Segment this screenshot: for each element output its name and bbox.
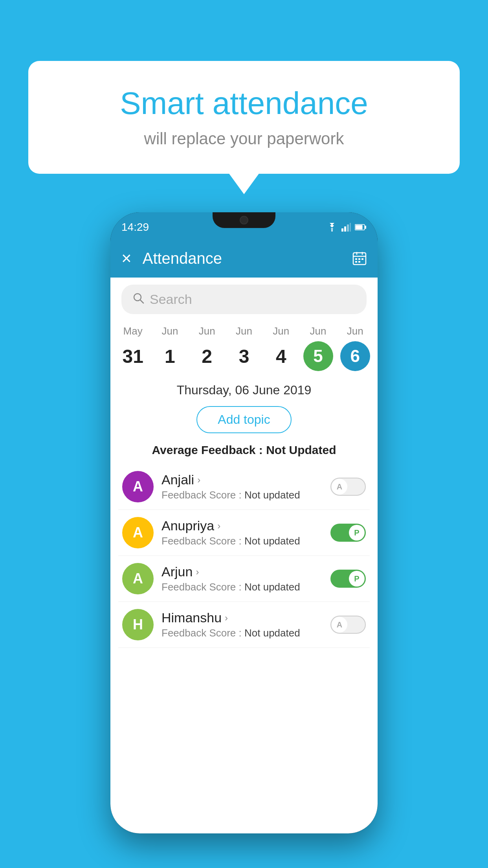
date-info: Thursday, 06 June 2019 [110, 375, 378, 403]
signal-icon [341, 223, 351, 232]
toggle-knob: A [332, 479, 347, 495]
search-bar[interactable]: Search [121, 285, 367, 314]
calendar-day[interactable]: Jun5 [303, 325, 334, 371]
svg-point-0 [331, 230, 333, 232]
student-name: Anjali › [161, 472, 323, 487]
feedback-value: Not updated [244, 489, 300, 501]
day-month: Jun [199, 325, 215, 337]
day-number: 4 [266, 341, 296, 371]
calendar-strip: May31Jun1Jun2Jun3Jun4Jun5Jun6 [110, 318, 378, 375]
svg-rect-14 [361, 258, 363, 260]
feedback-value: Not updated [244, 627, 300, 639]
svg-rect-13 [358, 258, 360, 260]
speech-bubble: Smart attendance will replace your paper… [28, 61, 460, 174]
student-item[interactable]: HHimanshu ›Feedback Score : Not updatedA [118, 602, 370, 648]
svg-rect-1 [341, 228, 343, 232]
student-feedback: Feedback Score : Not updated [161, 581, 323, 593]
student-avatar: A [122, 471, 154, 502]
calendar-day[interactable]: Jun2 [191, 325, 223, 371]
student-name: Himanshu › [161, 610, 323, 625]
feedback-value: Not updated [244, 581, 300, 593]
toggle-knob: P [349, 525, 365, 541]
student-item[interactable]: AAnjali ›Feedback Score : Not updatedA [118, 464, 370, 510]
day-number: 31 [118, 341, 148, 371]
student-feedback: Feedback Score : Not updated [161, 535, 323, 547]
bubble-title: Smart attendance [60, 85, 428, 122]
avg-feedback-label: Average Feedback : [152, 443, 266, 456]
bubble-subtitle: will replace your paperwork [60, 129, 428, 148]
day-month: Jun [236, 325, 252, 337]
student-avatar: H [122, 609, 154, 640]
phone-notch [213, 212, 275, 228]
student-info: Anjali ›Feedback Score : Not updated [161, 472, 323, 501]
student-avatar: A [122, 517, 154, 548]
chevron-icon: › [225, 612, 228, 623]
day-month: Jun [347, 325, 363, 337]
student-item[interactable]: AAnupriya ›Feedback Score : Not updatedP [118, 510, 370, 556]
day-number: 2 [192, 341, 222, 371]
attendance-toggle[interactable]: P [330, 524, 366, 542]
toggle-switch[interactable]: A [330, 616, 366, 634]
student-item[interactable]: AArjun ›Feedback Score : Not updatedP [118, 556, 370, 602]
phone-container: 14:29 [110, 212, 378, 833]
student-name: Anupriya › [161, 518, 323, 533]
day-month: Jun [273, 325, 289, 337]
chevron-icon: › [217, 520, 220, 531]
svg-line-18 [140, 300, 143, 303]
calendar-icon[interactable] [352, 251, 367, 265]
add-topic-button[interactable]: Add topic [196, 406, 291, 433]
student-feedback: Feedback Score : Not updated [161, 627, 323, 639]
battery-icon [355, 224, 367, 231]
close-button[interactable]: × [121, 248, 132, 268]
chevron-icon: › [196, 566, 199, 577]
day-number: 1 [155, 341, 185, 371]
svg-rect-12 [355, 258, 357, 260]
app-bar: × Attendance [110, 239, 378, 278]
app-bar-title: Attendance [143, 250, 352, 267]
calendar-day[interactable]: Jun4 [265, 325, 297, 371]
toggle-switch[interactable]: P [330, 570, 366, 588]
toggle-knob: A [332, 617, 347, 633]
day-month: Jun [310, 325, 327, 337]
search-icon [132, 292, 144, 307]
chevron-icon: › [197, 474, 200, 485]
day-number: 6 [340, 341, 370, 371]
screen-content: Search May31Jun1Jun2Jun3Jun4Jun5Jun6 Thu… [110, 278, 378, 833]
svg-rect-16 [358, 261, 360, 263]
svg-rect-6 [356, 225, 363, 230]
calendar-day[interactable]: Jun6 [339, 325, 371, 371]
day-number: 5 [303, 341, 333, 371]
svg-rect-15 [355, 261, 357, 263]
student-avatar: A [122, 563, 154, 594]
avg-feedback-value: Not Updated [266, 443, 336, 456]
front-camera [240, 216, 248, 224]
day-month: Jun [161, 325, 178, 337]
speech-bubble-container: Smart attendance will replace your paper… [28, 61, 460, 174]
toggle-switch[interactable]: A [330, 478, 366, 496]
calendar-day[interactable]: Jun3 [228, 325, 260, 371]
student-feedback: Feedback Score : Not updated [161, 489, 323, 501]
calendar-day[interactable]: Jun1 [154, 325, 185, 371]
add-topic-container: Add topic [110, 403, 378, 440]
svg-rect-3 [347, 224, 349, 232]
student-name: Arjun › [161, 564, 323, 579]
status-icons [327, 223, 367, 232]
svg-rect-2 [344, 226, 346, 232]
student-list: AAnjali ›Feedback Score : Not updatedAAA… [110, 464, 378, 648]
attendance-toggle[interactable]: A [330, 616, 366, 634]
calendar-day[interactable]: May31 [117, 325, 149, 371]
day-number: 3 [229, 341, 259, 371]
phone-frame: 14:29 [110, 212, 378, 833]
attendance-toggle[interactable]: A [330, 478, 366, 496]
search-container: Search [110, 278, 378, 318]
toggle-knob: P [349, 571, 365, 587]
svg-rect-4 [350, 223, 351, 232]
calendar-days: May31Jun1Jun2Jun3Jun4Jun5Jun6 [110, 325, 378, 371]
day-month: May [123, 325, 143, 337]
selected-date: Thursday, 06 June 2019 [177, 383, 312, 397]
toggle-switch[interactable]: P [330, 524, 366, 542]
student-info: Himanshu ›Feedback Score : Not updated [161, 610, 323, 639]
attendance-toggle[interactable]: P [330, 570, 366, 588]
avg-feedback: Average Feedback : Not Updated [110, 440, 378, 464]
svg-rect-7 [365, 226, 367, 229]
